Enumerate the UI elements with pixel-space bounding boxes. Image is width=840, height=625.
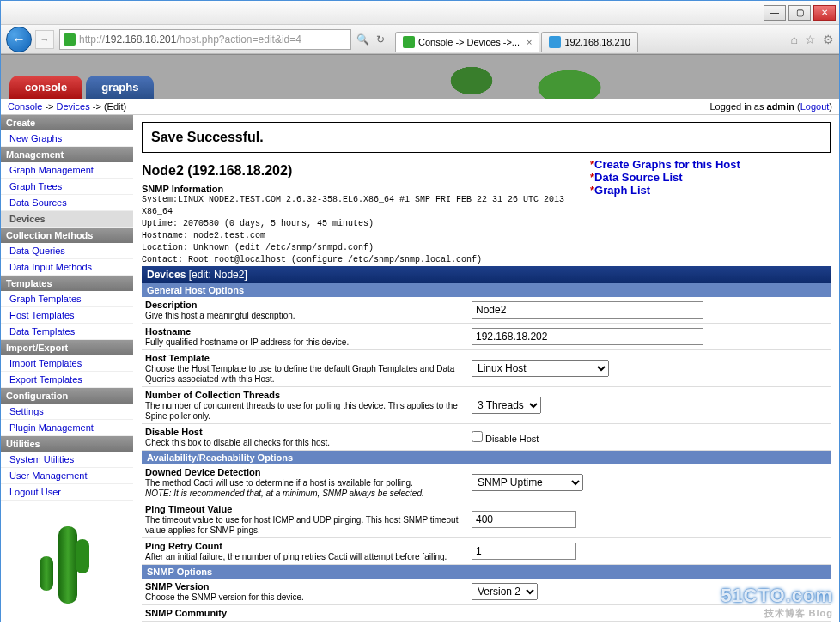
- sidebar-head-configuration: Configuration: [1, 388, 133, 404]
- sidebar-item-devices[interactable]: Devices: [1, 211, 133, 228]
- save-success-message: Save Successful.: [142, 122, 831, 153]
- sidebar-item-data-queries[interactable]: Data Queries: [1, 243, 133, 259]
- sidebar-item-graph-trees[interactable]: Graph Trees: [1, 179, 133, 195]
- sidebar-item-settings[interactable]: Settings: [1, 404, 133, 420]
- ping-timeout-input[interactable]: [472, 511, 576, 528]
- sidebar-item-logout-user[interactable]: Logout User: [1, 484, 133, 501]
- breadcrumb-devices[interactable]: Devices: [57, 101, 90, 112]
- host-title: Node2 (192.168.18.202): [142, 163, 590, 179]
- sidebar-item-user-management[interactable]: User Management: [1, 468, 133, 484]
- collection-threads-select[interactable]: 3 Threads: [472, 397, 541, 414]
- breadcrumb-console[interactable]: Console: [8, 101, 42, 112]
- section-snmp-options: SNMP Options: [142, 565, 831, 579]
- sidebar-item-plugin-management[interactable]: Plugin Management: [1, 420, 133, 436]
- sidebar-head-management: Management: [1, 147, 133, 162]
- browser-tab-2[interactable]: 192.168.18.210: [541, 32, 637, 52]
- logout-link[interactable]: Logout: [800, 101, 830, 112]
- cacti-favicon: [403, 36, 415, 48]
- nav-tab-console[interactable]: console: [9, 76, 82, 99]
- app-header: console graphs: [1, 54, 839, 99]
- search-icon[interactable]: 🔍: [356, 33, 369, 46]
- link-create-graphs[interactable]: Create Graphs for this Host: [594, 158, 740, 171]
- sidebar-item-data-sources[interactable]: Data Sources: [1, 195, 133, 211]
- sidebar-item-data-input-methods[interactable]: Data Input Methods: [1, 259, 133, 276]
- sidebar-head-import-export: Import/Export: [1, 340, 133, 355]
- snmp-info-title: SNMP Information: [142, 184, 590, 194]
- sidebar: Create New Graphs Management Graph Manag…: [1, 115, 133, 622]
- refresh-icon[interactable]: ↻: [376, 33, 385, 46]
- nav-tab-graphs[interactable]: graphs: [86, 76, 154, 99]
- window-titlebar: — ▢ ✕: [1, 1, 839, 25]
- site-favicon: [64, 33, 76, 46]
- link-data-source-list[interactable]: Data Source List: [594, 171, 683, 184]
- favorites-icon[interactable]: ☆: [805, 33, 816, 46]
- sidebar-item-system-utilities[interactable]: System Utilities: [1, 452, 133, 468]
- snmp-info-block: System:LINUX NODE2.TEST.COM 2.6.32-358.E…: [142, 194, 590, 266]
- forward-button[interactable]: →: [35, 30, 54, 49]
- back-button[interactable]: ←: [6, 27, 32, 52]
- sidebar-item-graph-templates[interactable]: Graph Templates: [1, 291, 133, 307]
- main-content: Save Successful. Node2 (192.168.18.202) …: [133, 115, 839, 622]
- sidebar-item-export-templates[interactable]: Export Templates: [1, 372, 133, 388]
- cactus-logo: [33, 518, 101, 621]
- address-bar[interactable]: http://192.168.18.201/host.php?action=ed…: [59, 29, 351, 50]
- window-maximize-button[interactable]: ▢: [788, 5, 811, 21]
- sidebar-item-import-templates[interactable]: Import Templates: [1, 355, 133, 372]
- description-input[interactable]: [472, 301, 703, 319]
- section-availability-options: Availability/Reachability Options: [142, 451, 831, 464]
- ie-favicon: [549, 36, 561, 48]
- ping-retry-input[interactable]: [472, 543, 576, 560]
- browser-toolbar: ← → http://192.168.18.201/host.php?actio…: [1, 25, 839, 54]
- snmp-version-select[interactable]: Version 2: [472, 583, 538, 600]
- downed-detection-select[interactable]: SNMP Uptime: [472, 474, 583, 491]
- hostname-input[interactable]: [472, 328, 703, 345]
- watermark: 51CTO.com 技术博客 Blog: [721, 585, 833, 620]
- host-action-links: *Create Graphs for this Host *Data Sourc…: [590, 158, 831, 266]
- browser-tab-1[interactable]: Console -> Devices ->... ×: [395, 32, 539, 52]
- sidebar-item-graph-management[interactable]: Graph Management: [1, 162, 133, 179]
- sidebar-head-templates: Templates: [1, 276, 133, 291]
- window-close-button[interactable]: ✕: [813, 5, 836, 21]
- link-graph-list[interactable]: Graph List: [594, 184, 650, 197]
- disable-host-checkbox[interactable]: [472, 431, 483, 442]
- sidebar-item-host-templates[interactable]: Host Templates: [1, 307, 133, 324]
- sidebar-head-create: Create: [1, 115, 133, 130]
- section-devices-edit: Devices [edit: Node2]: [142, 266, 831, 283]
- sidebar-head-collection-methods: Collection Methods: [1, 228, 133, 243]
- tools-icon[interactable]: ⚙: [823, 33, 834, 46]
- tab-close-icon[interactable]: ×: [527, 37, 532, 47]
- breadcrumb: Console -> Devices -> (Edit) Logged in a…: [1, 99, 839, 115]
- host-template-select[interactable]: Linux Host: [472, 360, 609, 377]
- sidebar-item-data-templates[interactable]: Data Templates: [1, 324, 133, 340]
- sidebar-head-utilities: Utilities: [1, 436, 133, 452]
- sidebar-item-new-graphs[interactable]: New Graphs: [1, 130, 133, 147]
- window-minimize-button[interactable]: —: [764, 5, 786, 21]
- section-general-host-options: General Host Options: [142, 283, 831, 297]
- home-icon[interactable]: ⌂: [791, 33, 798, 46]
